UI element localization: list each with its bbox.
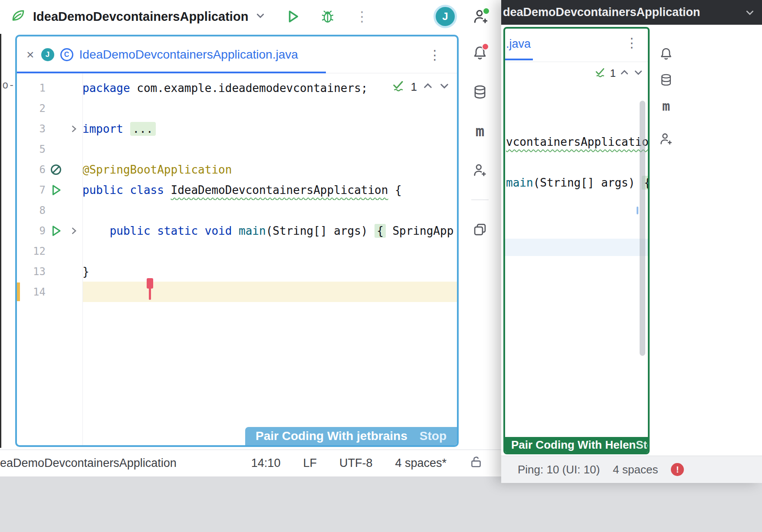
inspection-count: 1 [411,80,417,94]
run-button[interactable] [286,9,300,24]
pair-coding-label: Pair Coding With Helen [511,438,636,452]
error-badge[interactable]: ! [671,463,684,476]
inspection-widget[interactable]: 1 [594,67,644,80]
database-icon[interactable] [657,71,675,89]
inspections-ok-icon [392,79,406,94]
caret-marker [637,207,638,214]
remote-user-caret [147,278,153,300]
line-number: 13 [17,266,46,278]
strip-divider [471,200,489,200]
debug-button[interactable] [320,9,335,24]
unlock-icon[interactable] [469,455,483,472]
user-avatar[interactable]: J [434,5,457,28]
add-user-icon[interactable] [657,130,675,148]
gutter: 2 [17,98,82,118]
indent-style[interactable]: 4 spaces* [395,456,447,470]
code-fragment-main[interactable]: main(String[] args) { [506,176,650,189]
fold-chevron-icon[interactable] [66,226,81,236]
code-line-13[interactable]: 13} [17,261,457,282]
copy-icon[interactable] [470,220,489,239]
cursor-position[interactable]: 14:10 [251,456,281,470]
code-line-2[interactable]: 2 [17,98,457,118]
line-number: 5 [17,143,46,155]
maven-icon[interactable]: m [657,97,675,115]
code-text [82,98,457,118]
chevron-down-icon [255,10,266,23]
gutter: 7 [17,180,82,200]
close-tab-icon[interactable]: × [26,48,34,61]
code-line-9[interactable]: 9 public static void main(String[] args)… [17,220,457,241]
code-text [82,282,457,302]
fold-chevron-icon[interactable] [66,124,81,134]
notification-badge [482,43,489,50]
line-number: 9 [17,225,46,237]
editor-frame-highlight: .java ⋮ 1 vcontainersApplicatio [503,27,650,454]
code-line-6[interactable]: 6@SpringBootApplication [17,159,457,180]
indent-style[interactable]: 4 spaces [613,463,658,476]
run-configuration-name: IdeaDemoDevcontainersApplication [33,10,248,24]
follower-avatar: J [41,48,54,61]
line-number: 7 [17,184,46,196]
line-number: 12 [17,245,46,257]
run-gutter-icon[interactable] [46,224,66,237]
code-with-me-icon[interactable] [473,8,489,25]
gutter: 13 [17,261,82,282]
run-gutter-icon[interactable] [46,184,66,197]
bean-disabled-icon[interactable] [46,163,66,176]
spring-app-icon [10,8,26,25]
database-icon[interactable] [470,82,489,102]
gutter: 1 [17,78,82,98]
notifications-icon[interactable] [470,43,489,62]
window-title: deaDemoDevcontainersApplication [503,6,700,19]
code-line-12[interactable]: 12 [17,241,457,261]
ping-indicator: Ping: 10 (UI: 10) [518,463,600,476]
chevron-down-icon[interactable] [439,80,450,93]
code-line-3[interactable]: 3import ... [17,118,457,139]
code-text [82,139,457,159]
code-line-14[interactable]: 14 [17,282,457,302]
gutter-separator [82,73,83,445]
tab-file-name[interactable]: IdeaDemoDevcontainersApplication.java [79,48,298,62]
code-line-8[interactable]: 8 [17,200,457,220]
code-line-7[interactable]: 7public class IdeaDemoDevcontainersAppli… [17,180,457,200]
add-user-icon[interactable] [470,161,489,180]
pair-coding-stop-button[interactable]: Stop [420,429,447,443]
editor-tab-bar: × J C IdeaDemoDevcontainersApplication.j… [17,36,457,73]
more-actions-icon[interactable]: ⋮ [355,10,369,23]
background-window-edge [0,34,1,448]
line-separator[interactable]: LF [303,456,317,470]
chevron-up-icon[interactable] [619,67,630,79]
tab-options-icon[interactable]: ⋮ [625,36,638,49]
chevron-down-icon[interactable] [745,7,755,18]
pair-coding-stop-button[interactable]: Stop [636,438,650,452]
scrollbar[interactable] [640,101,645,356]
status-widgets: 14:10 LF UTF-8 4 spaces* [251,455,483,472]
gutter: 6 [17,159,82,180]
main-toolbar: IdeaDemoDevcontainersApplication ⋮ J [0,0,501,33]
file-encoding[interactable]: UTF-8 [339,456,373,470]
code-line-1[interactable]: 1package com.example.ideademodevcontaine… [17,78,457,98]
code-editor[interactable]: 1package com.example.ideademodevcontaine… [17,73,457,445]
code-text: } [82,261,457,282]
maven-icon[interactable]: m [470,122,489,141]
notifications-icon[interactable] [657,45,675,62]
chevron-up-icon[interactable] [422,80,434,93]
chevron-down-icon[interactable] [633,67,644,79]
window-title-bar[interactable]: deaDemoDevcontainersApplication [501,0,762,25]
host-ide-window: IdeaDemoDevcontainersApplication ⋮ J o- [0,0,501,476]
online-status-dot [482,7,490,15]
tab-file-name[interactable]: .java [506,37,531,51]
code-fragment-class[interactable]: vcontainersApplicatio [506,135,649,148]
gutter: 5 [17,139,82,159]
code-line-5[interactable]: 5 [17,139,457,159]
code-text: import ... [82,118,457,139]
run-configuration-selector[interactable]: IdeaDemoDevcontainersApplication [10,8,266,25]
active-tab-underline [505,59,533,60]
inspection-count: 1 [610,67,616,79]
java-class-icon: C [60,48,73,61]
tab-options-icon[interactable]: ⋮ [428,47,441,62]
inspection-widget[interactable]: 1 [392,79,450,94]
status-bar: Ping: 10 (UI: 10) 4 spaces ! [501,456,762,483]
inspections-ok-icon [594,67,607,80]
line-number: 8 [17,204,46,217]
